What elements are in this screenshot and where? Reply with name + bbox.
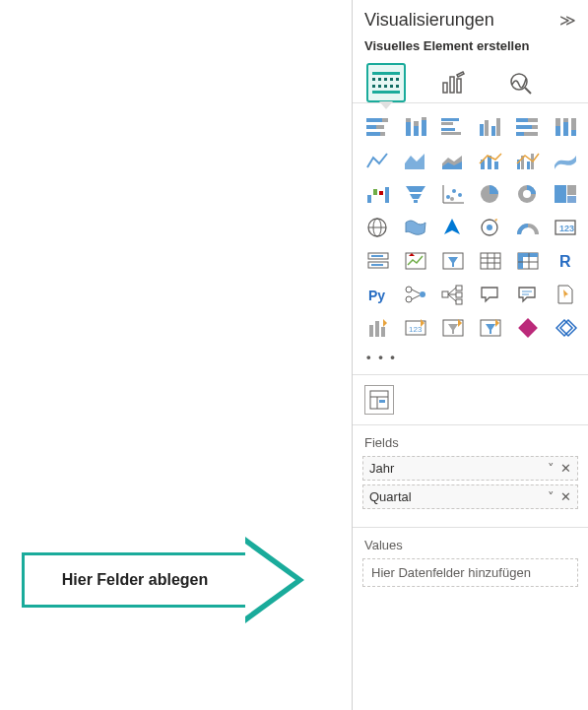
funnel-chart[interactable] xyxy=(400,180,431,208)
svg-rect-26 xyxy=(516,118,528,122)
values-well-placeholder[interactable]: Hier Datenfelder hinzufügen xyxy=(362,558,578,587)
paginated-report[interactable] xyxy=(550,281,581,308)
card[interactable]: 123 xyxy=(550,214,581,241)
stacked-area-chart[interactable] xyxy=(437,147,469,174)
chevron-down-icon[interactable]: ˅ xyxy=(548,461,555,476)
hundred-stacked-column-chart[interactable] xyxy=(550,113,581,141)
decomposition-tree[interactable] xyxy=(437,281,469,308)
annotation-arrowhead xyxy=(245,537,304,623)
key-influencers[interactable] xyxy=(400,281,431,308)
svg-rect-24 xyxy=(496,118,500,136)
map[interactable] xyxy=(362,214,394,241)
svg-rect-87 xyxy=(518,253,523,269)
svg-point-58 xyxy=(458,193,462,197)
svg-marker-37 xyxy=(405,154,425,169)
get-more-visuals[interactable] xyxy=(550,314,581,342)
mode-tabs xyxy=(353,63,588,103)
ai-visual-1[interactable] xyxy=(437,314,469,342)
svg-rect-9 xyxy=(366,132,380,136)
line-stacked-column-chart[interactable] xyxy=(475,147,506,174)
pie-chart[interactable] xyxy=(475,180,506,208)
format-visual-tab[interactable] xyxy=(433,63,473,102)
panel-title: Visualisierungen xyxy=(364,10,494,31)
field-pill-label: Jahr xyxy=(369,461,394,476)
qa-visual[interactable] xyxy=(475,281,506,308)
svg-rect-80 xyxy=(481,253,500,269)
matrix[interactable] xyxy=(512,247,544,275)
hundred-stacked-bar-chart[interactable] xyxy=(512,113,544,141)
field-pill-jahr[interactable]: Jahr ˅ ✕ xyxy=(362,456,578,481)
svg-text:123: 123 xyxy=(559,224,574,233)
svg-rect-7 xyxy=(366,125,376,129)
svg-rect-18 xyxy=(441,122,453,125)
fields-layout-button[interactable] xyxy=(364,385,394,415)
svg-text:R: R xyxy=(559,253,571,270)
svg-line-96 xyxy=(412,295,420,299)
collapse-panel-button[interactable]: ≫ xyxy=(559,11,576,30)
build-visual-icon xyxy=(372,72,400,94)
svg-rect-0 xyxy=(443,83,447,93)
chevron-down-icon[interactable]: ˅ xyxy=(548,489,555,504)
more-visuals-button[interactable]: • • • xyxy=(353,348,588,374)
gauge[interactable] xyxy=(512,214,544,241)
visualizations-panel: Visualisierungen ≫ Visuelles Element ers… xyxy=(352,0,588,710)
multi-row-card[interactable] xyxy=(362,247,394,275)
donut-chart[interactable] xyxy=(512,180,544,208)
ai-visual-2[interactable] xyxy=(475,314,506,342)
svg-point-92 xyxy=(406,287,412,292)
svg-rect-12 xyxy=(406,118,411,122)
svg-rect-22 xyxy=(485,120,489,136)
annotation-label: Hier Felder ablegen xyxy=(62,571,209,589)
line-clustered-column-chart[interactable] xyxy=(512,147,544,174)
svg-rect-45 xyxy=(527,161,530,169)
clustered-column-chart[interactable] xyxy=(475,113,506,141)
line-chart[interactable] xyxy=(362,147,394,174)
r-visual[interactable]: R xyxy=(550,247,581,275)
ribbon-chart[interactable] xyxy=(550,147,581,174)
arcgis-map[interactable] xyxy=(475,214,506,241)
svg-rect-19 xyxy=(441,128,455,131)
svg-rect-48 xyxy=(373,189,377,195)
svg-point-70 xyxy=(487,225,492,230)
area-chart[interactable] xyxy=(400,147,431,174)
stacked-bar-chart[interactable] xyxy=(362,113,394,141)
remove-field-icon[interactable]: ✕ xyxy=(560,489,571,504)
svg-rect-65 xyxy=(567,196,576,203)
svg-rect-20 xyxy=(441,132,461,135)
table[interactable] xyxy=(475,247,506,275)
python-visual[interactable]: Py xyxy=(362,281,394,308)
azure-map[interactable] xyxy=(437,214,469,241)
clustered-bar-chart[interactable] xyxy=(437,113,469,141)
svg-rect-64 xyxy=(567,185,576,195)
svg-text:Py: Py xyxy=(368,288,385,303)
svg-rect-107 xyxy=(375,321,379,337)
stacked-column-chart[interactable] xyxy=(400,113,431,141)
app-source[interactable] xyxy=(512,314,544,342)
fields-well-label: Fields xyxy=(353,425,588,456)
fields-well[interactable]: Jahr ˅ ✕ Quartal ˅ ✕ xyxy=(362,456,578,513)
svg-rect-108 xyxy=(381,327,385,337)
power-automate[interactable]: 123 xyxy=(400,314,431,342)
treemap[interactable] xyxy=(550,180,581,208)
svg-rect-42 xyxy=(494,161,498,169)
field-pill-quartal[interactable]: Quartal ˅ ✕ xyxy=(362,484,578,509)
svg-rect-47 xyxy=(367,195,371,203)
filled-map[interactable] xyxy=(400,214,431,241)
waterfall-chart[interactable] xyxy=(362,180,394,208)
build-row xyxy=(353,375,588,424)
slicer[interactable] xyxy=(437,247,469,275)
svg-rect-2 xyxy=(457,79,461,93)
power-apps[interactable] xyxy=(362,314,394,342)
kpi[interactable] xyxy=(400,247,431,275)
svg-rect-106 xyxy=(369,325,373,337)
svg-marker-112 xyxy=(448,324,458,334)
analytics-tab[interactable] xyxy=(500,63,540,102)
svg-point-94 xyxy=(420,291,425,297)
build-visual-tab[interactable] xyxy=(366,63,406,102)
svg-rect-1 xyxy=(450,77,454,93)
scatter-chart[interactable] xyxy=(437,180,469,208)
smart-narrative[interactable] xyxy=(512,281,544,308)
remove-field-icon[interactable]: ✕ xyxy=(560,461,571,476)
svg-rect-30 xyxy=(516,132,524,136)
svg-marker-114 xyxy=(486,324,495,334)
